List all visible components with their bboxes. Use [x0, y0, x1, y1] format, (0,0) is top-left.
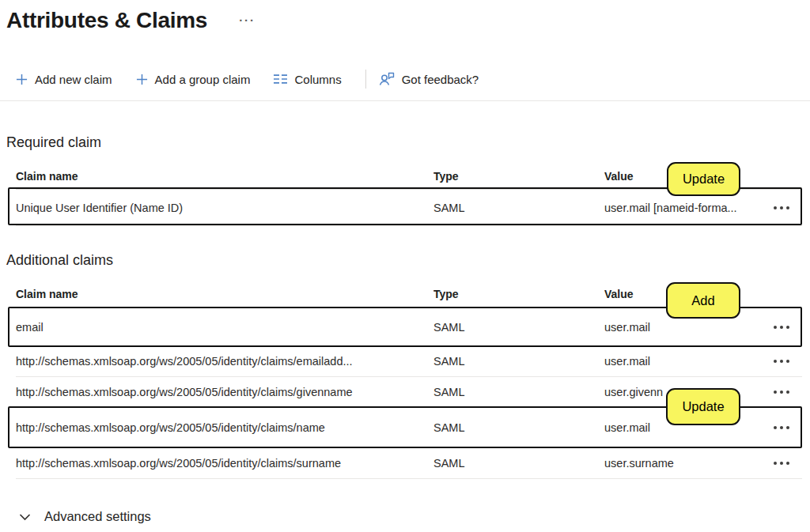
claim-name-cell: http://schemas.xmlsoap.org/ws/2005/05/id…: [16, 421, 433, 434]
plus-icon: [16, 74, 28, 85]
claim-name-cell: email: [16, 321, 433, 334]
row-context-menu-icon[interactable]: [766, 326, 802, 329]
claim-name-cell: http://schemas.xmlsoap.org/ws/2005/05/id…: [16, 355, 433, 368]
page-header: Attributes & Claims ···: [6, 8, 255, 33]
title-context-menu-icon[interactable]: ···: [239, 14, 255, 26]
add-group-claim-button[interactable]: Add a group claim: [136, 73, 251, 86]
add-new-claim-label: Add new claim: [35, 73, 112, 86]
feedback-icon: [379, 72, 395, 86]
plus-icon: [136, 74, 148, 85]
column-header-type: Type: [433, 288, 604, 300]
claim-name-cell: Unique User Identifier (Name ID): [16, 202, 433, 214]
add-group-claim-label: Add a group claim: [155, 73, 251, 86]
claim-value-cell: user.surname: [604, 457, 766, 470]
add-new-claim-button[interactable]: Add new claim: [16, 73, 112, 86]
claim-value-cell: user.mail [nameid-forma...: [604, 202, 766, 214]
command-bar: Add new claim Add a group claim Columns: [16, 70, 810, 89]
table-row-surname[interactable]: http://schemas.xmlsoap.org/ws/2005/05/id…: [16, 448, 802, 479]
advanced-settings-label: Advanced settings: [44, 509, 151, 524]
claim-name-cell: http://schemas.xmlsoap.org/ws/2005/05/id…: [16, 457, 433, 470]
row-context-menu-icon[interactable]: [766, 391, 802, 394]
columns-button[interactable]: Columns: [274, 73, 341, 86]
toolbar-divider: [365, 70, 366, 89]
claim-type-cell: SAML: [433, 355, 604, 368]
columns-icon: [274, 74, 287, 85]
claim-type-cell: SAML: [433, 386, 604, 398]
column-header-claim-name: Claim name: [16, 170, 433, 183]
claim-type-cell: SAML: [433, 421, 604, 434]
column-header-type: Type: [433, 170, 604, 183]
toolbar-separator: [0, 100, 810, 101]
advanced-settings-toggle[interactable]: Advanced settings: [19, 509, 151, 524]
table-row-emailaddress[interactable]: http://schemas.xmlsoap.org/ws/2005/05/id…: [16, 346, 802, 377]
page-title: Attributes & Claims: [6, 8, 207, 33]
got-feedback-button[interactable]: Got feedback?: [379, 72, 479, 86]
claim-value-cell: user.mail: [604, 321, 766, 334]
claim-type-cell: SAML: [433, 457, 604, 470]
sticky-note-update-required: Update: [667, 162, 740, 196]
columns-label: Columns: [294, 73, 341, 86]
column-header-claim-name: Claim name: [16, 288, 433, 300]
row-context-menu-icon[interactable]: [766, 426, 802, 429]
chevron-down-icon: [19, 513, 31, 521]
additional-claims-heading: Additional claims: [6, 252, 113, 269]
claim-name-cell: http://schemas.xmlsoap.org/ws/2005/05/id…: [16, 386, 433, 398]
required-claim-heading: Required claim: [6, 134, 101, 151]
row-context-menu-icon[interactable]: [766, 206, 802, 209]
got-feedback-label: Got feedback?: [402, 73, 479, 86]
sticky-note-update-name: Update: [666, 388, 740, 425]
row-context-menu-icon[interactable]: [766, 462, 802, 465]
claim-type-cell: SAML: [433, 321, 604, 334]
sticky-note-add-email: Add: [666, 282, 740, 319]
claim-type-cell: SAML: [433, 202, 604, 214]
claim-value-cell: user.mail: [604, 355, 766, 368]
row-context-menu-icon[interactable]: [766, 360, 802, 363]
